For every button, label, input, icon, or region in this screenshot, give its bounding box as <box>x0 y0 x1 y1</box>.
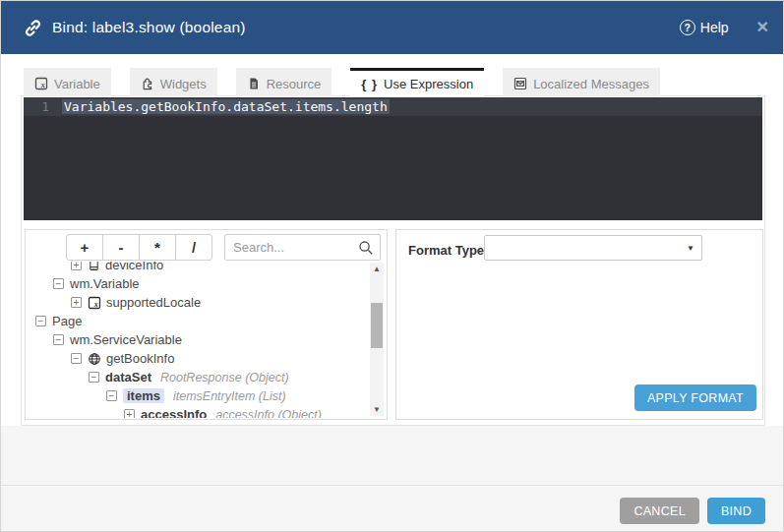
expand-icon[interactable]: + <box>124 409 135 418</box>
expression-editor[interactable]: 1 Variables.getBookInfo.dataSet.items.le… <box>24 97 762 220</box>
help-button[interactable]: ? Help <box>680 20 729 35</box>
format-type-label: Format Type <box>408 238 484 264</box>
tree-node-getbookinfo[interactable]: −getBookInfo <box>27 349 370 368</box>
operator-button-minus[interactable]: - <box>102 234 140 261</box>
tab-label: Localized Messages <box>533 77 649 91</box>
tree-node-page[interactable]: −Page <box>27 312 370 330</box>
collapse-icon[interactable]: − <box>35 316 46 326</box>
svg-text:x: x <box>93 300 98 309</box>
expression-toolbar: +-*/ <box>26 230 387 263</box>
variable-tree: +deviceInfo−wm.Variable+xsupportedLocale… <box>27 262 370 418</box>
tree-node-dataset[interactable]: −dataSetRootResponse (Object) <box>27 368 370 386</box>
resource-icon <box>247 77 261 90</box>
bind-dialog: Bind: label3.show (boolean) ? Help ✕ xVa… <box>0 0 784 532</box>
tree-node-label: items <box>123 388 164 403</box>
tab-content: 1 Variables.getBookInfo.dataSet.items.le… <box>21 95 765 426</box>
tree-node-label: supportedLocale <box>106 295 201 310</box>
svg-text:x: x <box>40 81 45 89</box>
tree-node-type: accessInfo (Object) <box>215 408 322 419</box>
tab-label: Resource <box>267 77 322 91</box>
bind-button[interactable]: BIND <box>707 498 765 524</box>
dialog-title: Bind: label3.show (boolean) <box>52 19 246 36</box>
cancel-button[interactable]: CANCEL <box>620 498 699 524</box>
tab-localized-messages[interactable]: Localized Messages <box>503 68 660 96</box>
footer-divider <box>1 485 784 486</box>
tree-node-type: RootResponse (Object) <box>160 371 289 384</box>
search-box <box>224 234 381 261</box>
format-type-select[interactable]: ▼ <box>484 235 702 261</box>
collapse-icon[interactable]: − <box>106 390 117 401</box>
tab-label: Variable <box>54 77 100 91</box>
format-panel: Format Type ▼ APPLY FORMAT <box>395 229 763 420</box>
editor-active-line: 1 Variables.getBookInfo.dataSet.items.le… <box>24 97 762 116</box>
expand-icon[interactable]: + <box>71 262 82 270</box>
tree-node-items[interactable]: −itemsitemsEntryItem (List) <box>27 386 370 405</box>
tree-node-wm-servicevariable[interactable]: −wm.ServiceVariable <box>27 330 370 349</box>
widgets-icon <box>141 77 154 90</box>
tree-node-label: getBookInfo <box>106 351 174 366</box>
variable-icon: x <box>34 77 48 90</box>
tab-widgets[interactable]: Widgets <box>130 68 217 96</box>
tree-node-label: wm.ServiceVariable <box>70 332 182 347</box>
scrollbar-up-icon[interactable]: ▲ <box>370 263 384 275</box>
close-icon[interactable]: ✕ <box>756 20 769 35</box>
tab-label: Use Expression <box>384 77 473 91</box>
braces-icon: { } <box>361 77 378 91</box>
tree-node-label: wm.Variable <box>70 276 140 291</box>
tab-variable[interactable]: xVariable <box>24 68 111 96</box>
tree-node-deviceinfo[interactable]: +deviceInfo <box>27 262 370 274</box>
collapse-icon[interactable]: − <box>53 278 64 289</box>
help-label: Help <box>700 20 729 35</box>
binding-tree-panel: +-*/ +deviceInfo−wm.Variable+xsupportedL… <box>25 229 388 420</box>
help-icon: ? <box>680 20 695 35</box>
search-input[interactable] <box>225 235 380 260</box>
operator-button-multiply[interactable]: * <box>139 234 176 261</box>
link-icon <box>23 18 43 38</box>
dialog-footer: CANCEL BIND <box>1 426 784 532</box>
operator-button-divide[interactable]: / <box>175 234 212 261</box>
device-icon <box>88 262 100 271</box>
scrollbar-down-icon[interactable]: ▼ <box>370 403 384 416</box>
tree-node-wm-variable[interactable]: −wm.Variable <box>27 274 370 293</box>
tree-node-type: itemsEntryItem (List) <box>173 389 286 403</box>
tree-node-accessinfo[interactable]: +accessInfoaccessInfo (Object) <box>27 405 370 418</box>
collapse-icon[interactable]: − <box>89 372 99 383</box>
localized-messages-icon <box>513 77 527 90</box>
operator-button-plus[interactable]: + <box>66 234 103 261</box>
tree-node-label: Page <box>52 314 82 328</box>
tab-resource[interactable]: Resource <box>236 68 332 96</box>
tab-bar: xVariableWidgetsResource{ }Use Expressio… <box>24 68 679 96</box>
tab-label: Widgets <box>160 77 207 91</box>
tree-viewport: +deviceInfo−wm.Variable+xsupportedLocale… <box>27 262 370 418</box>
collapse-icon[interactable]: − <box>71 353 82 364</box>
tree-scrollbar[interactable]: ▲ ▼ <box>370 263 384 416</box>
expression-code: Variables.getBookInfo.dataSet.items.leng… <box>62 99 390 114</box>
tree-node-supportedlocale[interactable]: +xsupportedLocale <box>27 293 370 312</box>
tree-node-label: dataSet <box>105 370 151 384</box>
tree-node-label: deviceInfo <box>105 262 163 272</box>
line-number: 1 <box>24 99 49 114</box>
globe-icon <box>88 352 101 366</box>
variable-icon: x <box>88 296 101 310</box>
scrollbar-thumb[interactable] <box>371 303 383 348</box>
collapse-icon[interactable]: − <box>53 334 64 345</box>
search-icon <box>358 240 374 260</box>
tree-node-label: accessInfo <box>141 407 207 418</box>
dialog-header: Bind: label3.show (boolean) ? Help ✕ <box>1 1 784 54</box>
tab-use-expression[interactable]: { }Use Expression <box>350 68 484 96</box>
chevron-down-icon: ▼ <box>687 236 694 262</box>
expand-icon[interactable]: + <box>71 297 82 308</box>
operator-button-group: +-*/ <box>66 234 212 261</box>
apply-format-button[interactable]: APPLY FORMAT <box>634 384 756 411</box>
